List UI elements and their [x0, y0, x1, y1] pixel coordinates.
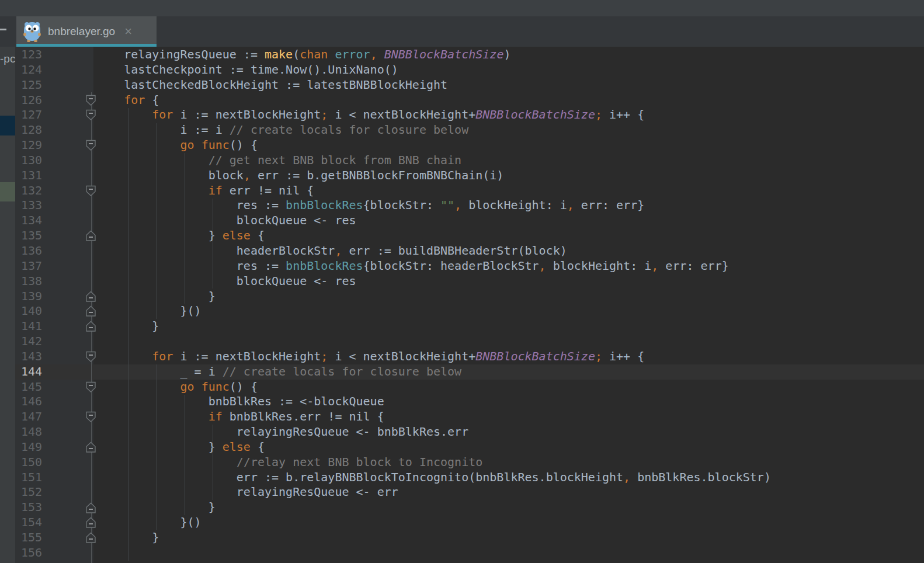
code-line[interactable]: 146 bnbBlkRes := <-blockQueue [0, 394, 924, 409]
code-text: } else { [93, 228, 924, 244]
indent-guide [213, 425, 213, 500]
code-text: blockQueue <- res [93, 274, 924, 289]
panel-edge-dash-icon [0, 29, 6, 30]
line-number: 147 [15, 409, 93, 425]
line-number: 135 [15, 228, 93, 244]
code-line[interactable]: 130 // get next BNB block from BNB chain [0, 153, 924, 168]
code-lines: 123 relayingResQueue := make(chan error,… [0, 47, 924, 561]
code-line[interactable]: 144 _ = i // create locals for closure b… [0, 364, 924, 380]
fold-collapse-end-icon[interactable] [85, 291, 96, 303]
code-line[interactable]: 132 if err != nil { [0, 183, 924, 199]
code-line[interactable]: 147 if bnbBlkRes.err != nil { [0, 409, 924, 425]
line-number: 154 [15, 515, 93, 530]
code-text: for i := nextBlockHeight; i < nextBlockH… [93, 107, 924, 123]
code-line[interactable]: 148 relayingResQueue <- bnbBlkRes.err [0, 425, 924, 440]
code-text: err := b.relayBNBBlockToIncognito(bnbBlk… [93, 470, 924, 485]
code-line[interactable]: 125 lastCheckedBlockHeight := latestBNBB… [0, 78, 924, 93]
code-line[interactable]: 142 [0, 334, 924, 349]
line-number: 125 [15, 78, 93, 93]
code-line[interactable]: 134 blockQueue <- res [0, 213, 924, 228]
code-line[interactable]: 123 relayingResQueue := make(chan error,… [0, 47, 924, 62]
line-number: 126 [15, 93, 93, 108]
code-line[interactable]: 129 go func() { [0, 138, 924, 153]
code-text: } [93, 530, 924, 545]
code-text: } [93, 319, 924, 334]
code-line[interactable]: 151 err := b.relayBNBBlockToIncognito(bn… [0, 470, 924, 485]
tab-bnbrelayer-go[interactable]: bnbrelayer.go × [16, 16, 157, 47]
line-number: 143 [15, 349, 93, 364]
indent-guide [213, 199, 213, 289]
code-text: res := bnbBlockRes{blockStr: "", blockHe… [93, 198, 924, 213]
code-text: i := i // create locals for closure belo… [93, 123, 924, 138]
code-text: } [93, 289, 924, 304]
line-number: 132 [15, 183, 93, 199]
fold-collapse-end-icon[interactable] [85, 442, 96, 453]
code-line[interactable]: 138 blockQueue <- res [0, 274, 924, 289]
code-line[interactable]: 128 i := i // create locals for closure … [0, 123, 924, 138]
code-line[interactable]: 127 for i := nextBlockHeight; i < nextBl… [0, 107, 924, 123]
fold-collapse-end-icon[interactable] [85, 532, 96, 544]
go-gopher-icon [22, 21, 42, 42]
code-line[interactable]: 126 for { [0, 93, 924, 108]
line-number: 137 [15, 259, 93, 274]
code-line[interactable]: 149 } else { [0, 440, 924, 455]
code-line[interactable]: 136 headerBlockStr, err := buildBNBHeade… [0, 244, 924, 259]
code-line[interactable]: 141 } [0, 319, 924, 334]
line-number: 153 [15, 500, 93, 515]
line-number: 150 [15, 455, 93, 470]
line-number: 129 [15, 138, 93, 153]
fold-collapse-start-icon[interactable] [85, 140, 96, 151]
line-number: 146 [15, 394, 93, 409]
fold-collapse-end-icon[interactable] [85, 517, 96, 529]
fold-collapse-end-icon[interactable] [85, 230, 96, 242]
code-text: relayingResQueue <- err [93, 485, 924, 500]
code-text: for { [93, 93, 924, 108]
code-line[interactable]: 145 go func() { [0, 380, 924, 395]
tab-title: bnbrelayer.go [48, 25, 115, 38]
line-number: 149 [15, 440, 93, 455]
code-line[interactable]: 156 [0, 545, 924, 561]
code-text: // get next BNB block from BNB chain [93, 153, 924, 168]
indent-guide [128, 108, 129, 561]
code-line[interactable]: 140 }() [0, 304, 924, 319]
code-text: }() [93, 304, 924, 319]
line-number: 130 [15, 153, 93, 168]
fold-collapse-start-icon[interactable] [85, 185, 96, 197]
fold-collapse-end-icon[interactable] [85, 305, 96, 317]
project-highlighted-row[interactable] [0, 182, 15, 201]
code-line[interactable]: 137 res := bnbBlockRes{blockStr: headerB… [0, 259, 924, 274]
fold-collapse-start-icon[interactable] [85, 381, 96, 393]
line-number: 152 [15, 485, 93, 500]
code-text [93, 545, 924, 561]
line-number: 133 [15, 198, 93, 213]
code-text: headerBlockStr, err := buildBNBHeaderStr… [93, 244, 924, 259]
project-selected-row[interactable] [0, 116, 15, 135]
fold-collapse-start-icon[interactable] [85, 351, 96, 363]
code-line[interactable]: 135 } else { [0, 228, 924, 244]
fold-collapse-start-icon[interactable] [85, 95, 96, 106]
line-number: 127 [15, 107, 93, 123]
code-text: }() [93, 515, 924, 530]
code-line[interactable]: 150 //relay next BNB block to Incognito [0, 455, 924, 470]
tab-close-icon[interactable]: × [124, 25, 132, 38]
code-line[interactable]: 152 relayingResQueue <- err [0, 485, 924, 500]
code-text: bnbBlkRes := <-blockQueue [93, 394, 924, 409]
code-text: go func() { [93, 138, 924, 153]
code-text: lastCheckedBlockHeight := latestBNBBlock… [93, 78, 924, 93]
line-number: 151 [15, 470, 93, 485]
line-number: 144 [15, 364, 93, 380]
fold-collapse-start-icon[interactable] [85, 411, 96, 423]
code-text: if bnbBlkRes.err != nil { [93, 409, 924, 425]
code-line[interactable]: 155 } [0, 530, 924, 545]
fold-collapse-end-icon[interactable] [85, 321, 96, 332]
fold-collapse-end-icon[interactable] [85, 502, 96, 514]
code-text: if err != nil { [93, 183, 924, 199]
code-line[interactable]: 153 } [0, 500, 924, 515]
code-line[interactable]: 131 block, err := b.getBNBBlockFromBNBCh… [0, 168, 924, 183]
fold-collapse-start-icon[interactable] [85, 109, 96, 121]
code-line[interactable]: 154 }() [0, 515, 924, 530]
code-line[interactable]: 133 res := bnbBlockRes{blockStr: "", blo… [0, 198, 924, 213]
code-line[interactable]: 143 for i := nextBlockHeight; i < nextBl… [0, 349, 924, 364]
code-line[interactable]: 139 } [0, 289, 924, 304]
code-line[interactable]: 124 lastCheckpoint := time.Now().UnixNan… [0, 62, 924, 78]
